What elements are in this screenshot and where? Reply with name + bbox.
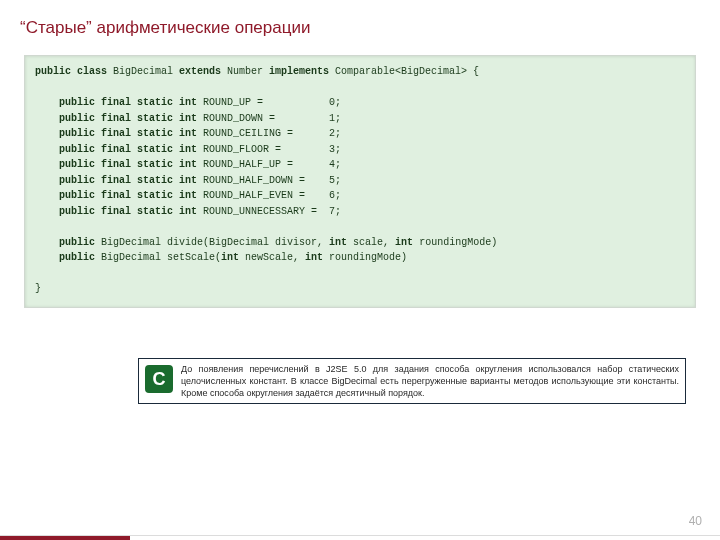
- kw-extends: extends: [179, 66, 221, 77]
- kw-mods: public final static int: [59, 97, 197, 108]
- note-badge-icon: C: [145, 365, 173, 393]
- kw-class: public class: [35, 66, 107, 77]
- kw-mods: public final static int: [59, 113, 197, 124]
- code-text: roundingMode): [323, 252, 407, 263]
- code-text: BigDecimal setScale(: [95, 252, 221, 263]
- code-text: ROUND_DOWN = 1;: [197, 113, 341, 124]
- kw-public: public: [59, 252, 95, 263]
- kw-mods: public final static int: [59, 144, 197, 155]
- slide-title: “Старые” арифметические операции: [20, 18, 310, 38]
- code-text: ROUND_HALF_EVEN = 6;: [197, 190, 341, 201]
- kw-int: int: [221, 252, 239, 263]
- kw-mods: public final static int: [59, 128, 197, 139]
- kw-public: public: [59, 237, 95, 248]
- kw-int: int: [305, 252, 323, 263]
- page-number: 40: [689, 514, 702, 528]
- footer-accent: [0, 536, 130, 540]
- code-text: ROUND_HALF_DOWN = 5;: [197, 175, 341, 186]
- code-text: ROUND_CEILING = 2;: [197, 128, 341, 139]
- code-text: ROUND_HALF_UP = 4;: [197, 159, 341, 170]
- code-text: Number: [221, 66, 269, 77]
- note-text: До появления перечислений в J2SE 5.0 для…: [181, 363, 679, 399]
- kw-mods: public final static int: [59, 175, 197, 186]
- code-text: scale,: [347, 237, 395, 248]
- code-text: BigDecimal divide(BigDecimal divisor,: [95, 237, 329, 248]
- kw-mods: public final static int: [59, 159, 197, 170]
- kw-mods: public final static int: [59, 190, 197, 201]
- kw-implements: implements: [269, 66, 329, 77]
- kw-mods: public final static int: [59, 206, 197, 217]
- code-text: newScale,: [239, 252, 305, 263]
- code-text: ROUND_UNNECESSARY = 7;: [197, 206, 341, 217]
- kw-int: int: [329, 237, 347, 248]
- code-text: Comparable<BigDecimal> {: [329, 66, 479, 77]
- code-block: public class BigDecimal extends Number i…: [24, 55, 696, 308]
- code-text: roundingMode): [413, 237, 497, 248]
- code-text: ROUND_UP = 0;: [197, 97, 341, 108]
- code-text: ROUND_FLOOR = 3;: [197, 144, 341, 155]
- code-text: }: [35, 283, 41, 294]
- kw-int: int: [395, 237, 413, 248]
- code-text: BigDecimal: [107, 66, 179, 77]
- note-box: C До появления перечислений в J2SE 5.0 д…: [138, 358, 686, 404]
